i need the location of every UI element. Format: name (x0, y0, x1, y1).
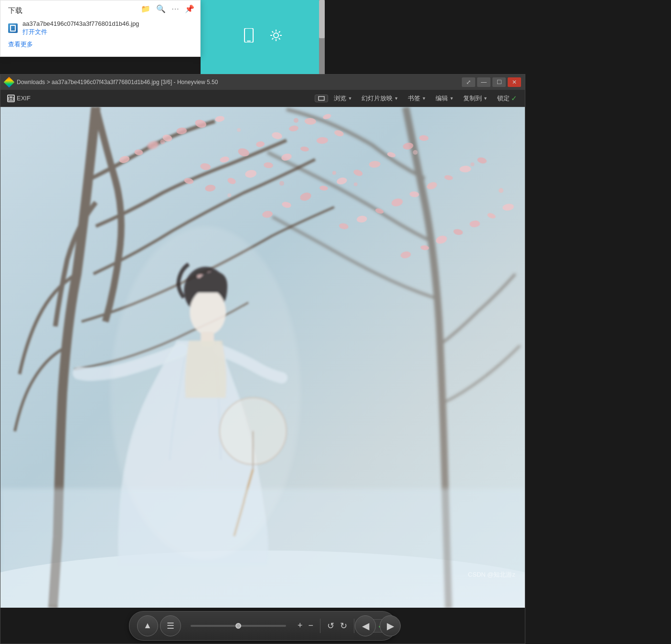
svg-point-17 (200, 162, 211, 171)
folder-icon[interactable]: 📁 (141, 4, 150, 13)
svg-point-20 (256, 141, 265, 147)
svg-point-63 (354, 182, 358, 186)
svg-point-57 (469, 220, 480, 228)
svg-point-73 (190, 289, 226, 335)
svg-point-12 (176, 127, 187, 135)
svg-point-75 (220, 398, 287, 465)
svg-point-66 (499, 188, 503, 193)
nav-controls: ◀ ▶ (355, 615, 401, 636)
svg-point-18 (219, 156, 230, 163)
svg-point-44 (339, 223, 349, 230)
svg-point-59 (502, 203, 514, 211)
up-button[interactable]: ▲ (137, 615, 158, 636)
app-logo (4, 77, 14, 87)
svg-point-22 (288, 125, 298, 132)
svg-point-69 (332, 171, 336, 175)
edit-chevron: ▼ (449, 96, 454, 101)
settings-icon[interactable] (269, 29, 283, 45)
browse-chevron: ▼ (348, 96, 352, 101)
svg-point-42 (403, 142, 414, 150)
view-mode-button[interactable] (315, 95, 328, 102)
right-panel (525, 74, 671, 644)
lock-button[interactable]: 锁定 ✓ (493, 92, 521, 105)
image-area: CSDN @知北游z (0, 107, 525, 608)
scrollbar-thumb[interactable] (319, 0, 325, 38)
copy-to-menu[interactable]: 复制到 ▼ (459, 92, 491, 105)
progress-area (187, 625, 290, 627)
bottom-bar: ▲ ☰ + − ↺ ↻ 锁定 ✓ (0, 608, 525, 644)
edit-label: 编辑 (436, 94, 448, 103)
svg-point-36 (299, 191, 312, 202)
svg-rect-5 (10, 96, 12, 97)
svg-point-10 (146, 140, 160, 150)
lock-label: 锁定 (497, 94, 510, 103)
svg-rect-78 (0, 489, 525, 608)
svg-rect-0 (245, 28, 253, 43)
svg-point-21 (271, 131, 283, 140)
slideshow-chevron: ▼ (394, 96, 398, 101)
next-button[interactable]: ▶ (380, 615, 401, 636)
file-type-icon (8, 23, 18, 33)
edit-menu[interactable]: 编辑 ▼ (432, 92, 458, 105)
svg-point-31 (300, 146, 309, 152)
pin-icon[interactable]: 📌 (185, 4, 194, 13)
search-icon[interactable]: 🔍 (156, 4, 166, 13)
browse-menu[interactable]: 浏览 ▼ (330, 92, 356, 105)
undo-button[interactable]: ↺ (325, 621, 336, 631)
view-more-link[interactable]: 查看更多 (8, 40, 192, 49)
svg-point-58 (487, 212, 496, 219)
exif-button[interactable]: EXIF (4, 93, 33, 104)
slideshow-menu[interactable]: 幻灯片放映 ▼ (358, 92, 402, 105)
window-controls: ⤢ — ☐ ✕ (462, 77, 521, 87)
svg-point-35 (281, 201, 292, 209)
main-image: CSDN @知北游z (0, 107, 525, 608)
lock-check-icon: ✓ (511, 94, 517, 103)
svg-point-8 (0, 550, 525, 608)
svg-point-65 (470, 162, 474, 166)
svg-point-46 (374, 207, 384, 215)
close-button[interactable]: ✕ (508, 77, 521, 87)
svg-point-52 (477, 157, 487, 164)
bookmark-menu[interactable]: 书签 ▼ (404, 92, 430, 105)
svg-point-71 (197, 274, 204, 278)
svg-point-25 (183, 177, 194, 184)
scrollbar[interactable] (319, 0, 325, 74)
image-overlay (0, 107, 525, 608)
svg-point-32 (316, 137, 328, 144)
download-item: aa37a7be4196c07f43a3f776801d1b46.jpg 打开文… (8, 20, 192, 36)
prev-button[interactable]: ◀ (355, 615, 376, 636)
svg-point-24 (322, 113, 332, 120)
svg-point-50 (444, 174, 453, 181)
svg-point-48 (409, 191, 419, 197)
svg-point-37 (319, 185, 328, 191)
exif-label: EXIF (17, 95, 31, 102)
svg-point-64 (413, 150, 417, 155)
svg-point-26 (205, 184, 216, 192)
svg-point-2 (274, 33, 278, 38)
bookmark-chevron: ▼ (422, 96, 426, 101)
menu-button[interactable]: ☰ (160, 615, 181, 636)
zoom-out-button[interactable]: − (307, 621, 316, 631)
browse-label: 浏览 (334, 94, 346, 103)
svg-point-13 (194, 118, 207, 129)
svg-point-34 (262, 210, 273, 218)
redo-button[interactable]: ↻ (338, 621, 349, 631)
menu-bar: EXIF 浏览 ▼ 幻灯片放映 ▼ 书签 ▼ 编辑 ▼ 复制到 ▼ 锁定 (0, 90, 525, 107)
logo-diamond (4, 77, 15, 88)
open-file-link[interactable]: 打开文件 (22, 28, 47, 35)
window-title: Downloads > aa37a7be4196c07f43a3f776801d… (17, 79, 459, 86)
svg-point-33 (333, 129, 344, 137)
slideshow-label: 幻灯片放映 (362, 94, 393, 103)
svg-point-27 (227, 177, 237, 185)
fullscreen-button[interactable]: ⤢ (462, 77, 475, 87)
download-toolbar: 📁 🔍 ⋯ 📌 (141, 4, 194, 13)
svg-point-61 (237, 128, 241, 132)
more-icon[interactable]: ⋯ (171, 4, 179, 13)
svg-line-77 (234, 470, 253, 537)
restore-button[interactable]: ☐ (492, 77, 506, 87)
camera-icon (7, 95, 15, 102)
progress-slider[interactable] (191, 625, 286, 627)
minimize-button[interactable]: — (477, 77, 490, 87)
svg-point-67 (227, 193, 231, 197)
zoom-in-button[interactable]: + (296, 621, 305, 631)
